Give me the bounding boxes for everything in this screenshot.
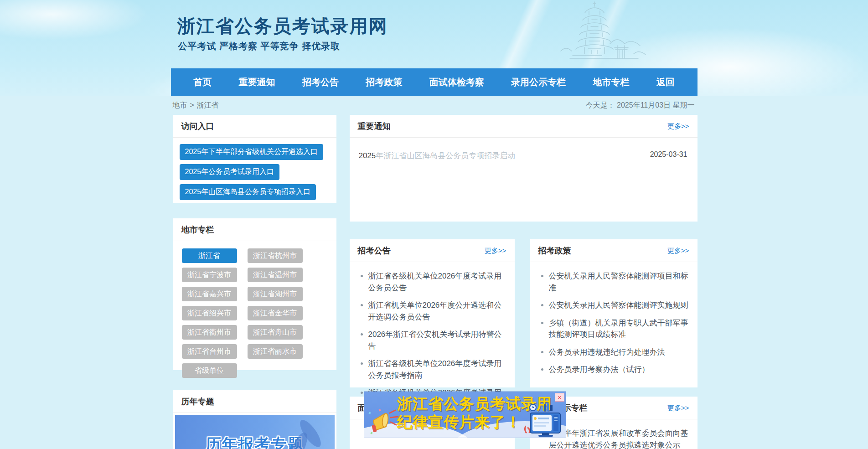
popup-headline[interactable]: 浙江省公务员考试录用 纪律宣传片来了！ [397,395,518,431]
city-button-quzhou[interactable]: 浙江省衢州市 [182,325,237,340]
announcement-list-item[interactable]: 浙江省各级机关单位2026年度考试录用公务员报考指南 [368,358,507,381]
city-button-hangzhou[interactable]: 浙江省杭州市 [248,248,303,263]
popup-headline-line1: 浙江省公务员考试录用 [397,395,518,413]
policy-list-item[interactable]: 公安机关录用人民警察体能测评项目和标准 [549,270,690,294]
breadcrumb-separator: > [190,101,194,109]
announcement-list-item[interactable]: 浙江省各级机关单位2026年度考试录用公务员公告 [368,270,507,294]
today-date: 今天是： 2025年11月03日 星期一 [586,101,695,110]
computer-monitor-icon [520,402,564,438]
nav-item-public-notice[interactable]: 录用公示专栏 [511,76,566,88]
city-column-card: 地市专栏 浙江省 浙江省杭州市 浙江省宁波市 浙江省温州市 浙江省嘉兴市 浙江省… [173,218,336,370]
breadcrumb-row: 地市>浙江省 今天是： 2025年11月03日 星期一 [171,96,698,115]
nav-item-interview[interactable]: 面试体检考察 [429,76,484,88]
city-button-zhejiang[interactable]: 浙江省 [182,248,237,263]
policy-list-item[interactable]: 乡镇（街道）机关录用专职人武干部军事技能测评项目成绩标准 [549,317,690,341]
popup-headline-line2: 纪律宣传片来了！ [397,413,518,431]
site-slogan: 公平考试 严格考察 平等竞争 择优录取 [178,40,341,52]
notice-item-prefix: 2025 [359,151,376,160]
notice-list-item[interactable]: 2025年浙江省山区海岛县公务员专项招录启动 2025-03-31 [350,138,698,161]
entry-portal-card: 访问入口 2025年下半年部分省级机关公开遴选入口 2025年公务员考试录用入口… [173,115,336,203]
city-button-zhoushan[interactable]: 浙江省舟山市 [248,325,303,340]
entry-button-selection[interactable]: 2025年下半年部分省级机关公开遴选入口 [180,144,324,160]
policies-title: 招考政策 [538,245,571,256]
announcements-more-link[interactable]: 更多>> [485,247,506,255]
history-banner-text: 历年报考专题 [206,434,304,449]
policy-list-item[interactable]: 公务员录用考察办法（试行） [549,364,690,376]
history-banner[interactable]: 历年报考专题 [175,415,335,449]
breadcrumb: 地市>浙江省 [173,101,219,110]
close-icon[interactable]: × [555,393,564,402]
history-topics-card: 历年专题 历年报考专题 [173,390,336,449]
entry-portal-title: 访问入口 [181,121,214,132]
announcement-list-item[interactable]: 2026年浙江省公安机关考试录用特警公告 [368,329,507,352]
breadcrumb-current: 浙江省 [197,101,219,109]
announcements-title: 招考公告 [358,245,391,256]
megaphone-icon [367,407,400,436]
nav-item-policies[interactable]: 招考政策 [366,76,402,88]
city-button-jinhua[interactable]: 浙江省金华市 [248,306,303,320]
nav-item-home[interactable]: 首页 [193,76,212,88]
policy-list-item[interactable]: 公安机关录用人民警察体能测评实施规则 [549,299,690,311]
pagoda-illustration-icon [556,0,652,63]
city-column-title: 地市专栏 [181,224,214,235]
city-button-lishui[interactable]: 浙江省丽水市 [248,344,303,359]
city-button-taizhou[interactable]: 浙江省台州市 [182,344,237,359]
notices-more-link[interactable]: 更多>> [667,122,689,131]
masthead: 浙江省公务员考试录用网 公平考试 严格考察 平等竞争 择优录取 [171,0,698,68]
policies-card: 招考政策 更多>> 公安机关录用人民警察体能测评项目和标准 公安机关录用人民警察… [530,239,698,387]
nav-item-announcements[interactable]: 招考公告 [302,76,339,88]
city-button-huzhou[interactable]: 浙江省湖州市 [248,287,303,301]
important-notices-title: 重要通知 [358,121,391,132]
entry-button-island[interactable]: 2025年山区海岛县公务员专项招录入口 [180,184,316,200]
public-notice-more-link[interactable]: 更多>> [667,404,689,413]
policies-more-link[interactable]: 更多>> [667,247,689,255]
city-button-shaoxing[interactable]: 浙江省绍兴市 [182,306,237,320]
page-title: 浙江省公务员考试录用网 [177,14,388,39]
city-button-wenzhou[interactable]: 浙江省温州市 [248,268,303,282]
notice-item-text: 年浙江省山区海岛县公务员专项招录启动 [376,151,515,160]
announcements-card: 招考公告 更多>> 浙江省各级机关单位2026年度考试录用公务员公告 浙江省机关… [350,239,515,387]
history-topics-title: 历年专题 [181,396,214,407]
main-nav: 首页 重要通知 招考公告 招考政策 面试体检考察 录用公示专栏 地市专栏 返回 [171,68,698,96]
promo-popup[interactable]: 浙江省公务员考试录用 纪律宣传片来了！ × [364,392,566,438]
nav-item-notices[interactable]: 重要通知 [239,76,275,88]
announcement-list-item[interactable]: 浙江省机关单位2026年度公开遴选和公开选调公务员公告 [368,299,507,323]
public-notice-list-item[interactable]: 年下半年浙江省发展和改革委员会面向基层公开遴选优秀公务员拟遴选对象公示 [549,428,690,449]
nav-item-cities[interactable]: 地市专栏 [593,76,629,88]
nav-item-back[interactable]: 返回 [656,76,675,88]
important-notices-card: 重要通知 更多>> 2025年浙江省山区海岛县公务员专项招录启动 2025-03… [350,115,698,222]
city-button-jiaxing[interactable]: 浙江省嘉兴市 [182,287,237,301]
notice-item-date: 2025-03-31 [650,150,687,159]
city-button-ningbo[interactable]: 浙江省宁波市 [182,268,237,282]
policy-list-item[interactable]: 公务员录用违规违纪行为处理办法 [549,346,690,358]
left-sidebar: 访问入口 2025年下半年部分省级机关公开遴选入口 2025年公务员考试录用入口… [173,115,336,449]
breadcrumb-root[interactable]: 地市 [173,101,187,109]
city-button-provincial-units[interactable]: 省级单位 [182,363,237,378]
entry-button-recruit[interactable]: 2025年公务员考试录用入口 [180,164,280,180]
